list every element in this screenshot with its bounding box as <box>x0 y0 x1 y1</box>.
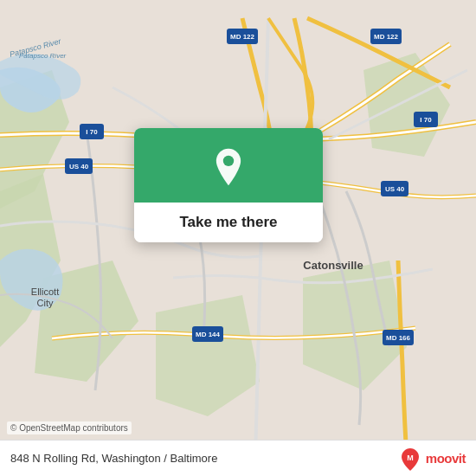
moovit-icon: M <box>398 447 422 471</box>
map-attribution: © OpenStreetMap contributors <box>7 421 132 434</box>
svg-text:M: M <box>407 453 414 462</box>
address-label: 848 N Rolling Rd, Washington / Baltimore <box>10 452 217 465</box>
take-me-there-button[interactable]: Take me there <box>134 203 323 242</box>
bottom-bar: 848 N Rolling Rd, Washington / Baltimore… <box>0 440 476 476</box>
svg-text:US 40: US 40 <box>385 185 405 193</box>
moovit-logo: M moovit <box>398 447 466 471</box>
svg-text:Patapsco River: Patapsco River <box>19 52 67 60</box>
svg-text:City: City <box>37 298 54 308</box>
svg-text:Catonsville: Catonsville <box>303 259 363 272</box>
svg-text:MD 144: MD 144 <box>196 331 221 338</box>
svg-text:MD 166: MD 166 <box>386 334 411 342</box>
svg-text:I 70: I 70 <box>420 116 432 124</box>
location-pin-icon <box>209 147 248 187</box>
svg-text:Ellicott: Ellicott <box>31 286 59 297</box>
svg-point-28 <box>223 156 234 166</box>
svg-text:I 70: I 70 <box>86 128 98 136</box>
popup-card: Take me there <box>134 128 323 242</box>
svg-text:MD 122: MD 122 <box>374 33 399 41</box>
popup-green-area <box>134 128 323 203</box>
map-container: Patapsco River <box>0 0 476 476</box>
svg-text:US 40: US 40 <box>69 163 89 170</box>
moovit-label: moovit <box>426 451 466 466</box>
svg-text:MD 122: MD 122 <box>230 33 255 41</box>
